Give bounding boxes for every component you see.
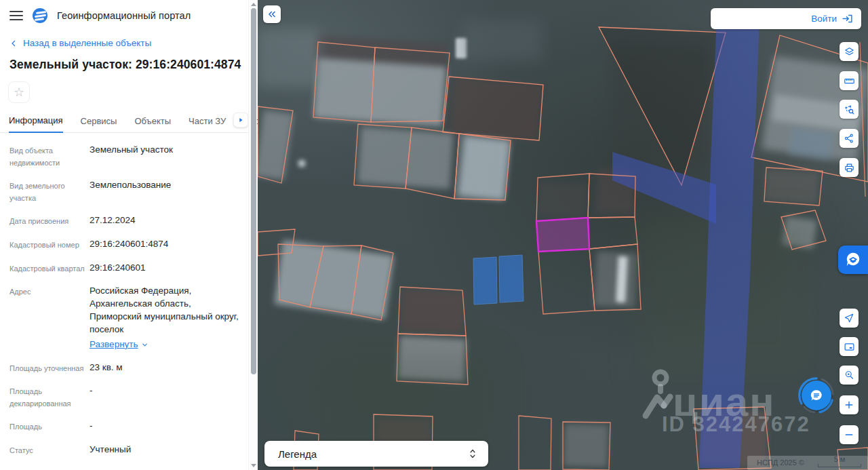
scale-bar xyxy=(818,464,861,467)
info-row: Кадастровый номер29:16:240601:4874 xyxy=(9,238,254,252)
panorama-card-icon xyxy=(844,341,855,353)
object-info-tool-active[interactable] xyxy=(838,246,868,274)
tabs-scroll-right-button[interactable] xyxy=(233,113,248,128)
blue-parcel[interactable] xyxy=(499,255,524,302)
info-row: Дата присвоения27.12.2024 xyxy=(9,214,254,228)
printer-icon xyxy=(844,162,855,174)
info-row: Категория земельЗемли населенных пунктов xyxy=(9,467,254,470)
parcel-outline[interactable] xyxy=(764,168,823,205)
info-row: Площадь декларированная- xyxy=(9,385,254,410)
sidebar-collapse-button[interactable] xyxy=(263,5,281,23)
minus-icon xyxy=(844,429,854,440)
share-button[interactable] xyxy=(840,129,859,148)
print-button[interactable] xyxy=(840,158,859,177)
map-canvas[interactable]: циан ID 324247672 НСПД 2025 © 5 м Войти xyxy=(258,0,868,470)
panorama-button[interactable] xyxy=(840,337,859,356)
share-icon xyxy=(844,133,854,144)
parcel-outline[interactable] xyxy=(454,134,511,200)
favorite-star-button[interactable]: ☆ xyxy=(8,81,30,103)
locate-button[interactable] xyxy=(840,309,859,328)
parcel-outline[interactable] xyxy=(538,249,595,314)
login-icon xyxy=(842,13,853,24)
chevron-down-icon xyxy=(141,341,149,349)
info-row: Площадь- xyxy=(9,420,254,433)
parcel-outline[interactable] xyxy=(313,42,375,122)
parcel-outline[interactable] xyxy=(258,229,295,256)
water-overlay xyxy=(612,152,716,224)
login-label: Войти xyxy=(811,14,837,24)
chat-widget[interactable] xyxy=(797,376,835,414)
parcel-outline[interactable] xyxy=(310,246,361,314)
tab-services[interactable]: Сервисы xyxy=(81,116,117,132)
parcel-outline[interactable] xyxy=(588,217,637,249)
parcel-outline[interactable] xyxy=(536,174,589,221)
area-search-icon xyxy=(844,104,855,115)
triangle-right-icon xyxy=(237,117,244,123)
parcel-outline[interactable] xyxy=(351,246,393,320)
double-chevron-left-icon xyxy=(267,9,277,19)
parcel-outline[interactable] xyxy=(781,210,826,250)
parcel-outline[interactable] xyxy=(563,422,610,470)
app-title: Геоинформационный портал xyxy=(57,10,191,21)
info-row: СтатусУчтенный xyxy=(9,444,254,457)
address-value: Российская Федерация, Архангельская обла… xyxy=(90,286,239,334)
menu-icon[interactable] xyxy=(9,11,23,20)
parcel-outline[interactable] xyxy=(398,287,466,336)
scroll-up-icon[interactable] xyxy=(251,3,256,6)
login-button[interactable]: Войти xyxy=(711,8,861,29)
scale-label: 5 м xyxy=(818,455,861,463)
area-search-button[interactable] xyxy=(840,100,859,119)
object-balloon-icon xyxy=(844,251,862,269)
scrollbar-thumb[interactable] xyxy=(251,8,256,374)
tab-parts[interactable]: Части ЗУ xyxy=(189,116,226,132)
map-attribution: НСПД 2025 © xyxy=(757,458,804,467)
info-row: Кадастровый квартал29:16:240601 xyxy=(9,262,254,275)
ruler-icon xyxy=(844,75,855,87)
parcel-outline[interactable] xyxy=(397,334,468,385)
tab-bar: Информация Сервисы Объекты Части ЗУ Сост… xyxy=(0,103,258,133)
search-location-icon xyxy=(844,370,854,380)
info-row: Площадь уточненная23 кв. м xyxy=(9,361,254,375)
app-header: Геоинформационный портал xyxy=(0,0,258,30)
parcel-outline[interactable] xyxy=(406,128,459,199)
measure-button[interactable] xyxy=(840,71,859,90)
tab-information[interactable]: Информация xyxy=(9,115,63,133)
parcel-outline[interactable] xyxy=(371,47,450,122)
parcel-outline[interactable] xyxy=(589,244,641,311)
details-sidebar: Геоинформационный портал Назад в выделен… xyxy=(0,0,258,470)
zoom-out-button[interactable] xyxy=(840,425,859,444)
layers-icon xyxy=(844,46,855,58)
app-logo-icon xyxy=(33,8,47,23)
info-row: Вид земельного участкаЗемлепользование xyxy=(9,179,254,204)
cadastral-overlay xyxy=(258,0,868,470)
selected-parcel[interactable] xyxy=(536,218,589,252)
back-link-label: Назад в выделенные объекты xyxy=(23,38,151,48)
info-row-address: Адрес Российская Федерация, Архангельска… xyxy=(9,285,254,351)
plus-icon xyxy=(844,399,854,410)
layers-button[interactable] xyxy=(840,42,859,61)
legend-bar[interactable]: Легенда xyxy=(264,441,488,467)
collapse-expand-icon xyxy=(468,448,477,459)
parcel-outline[interactable] xyxy=(354,124,412,189)
parcel-outline[interactable] xyxy=(519,416,551,470)
chat-button[interactable] xyxy=(802,380,831,410)
scroll-down-icon[interactable] xyxy=(251,464,256,467)
parcel-outline[interactable] xyxy=(258,106,293,183)
chevron-left-icon xyxy=(9,39,18,47)
info-list: Вид объекта недвижимостиЗемельный участо… xyxy=(0,133,258,470)
chat-bubble-icon xyxy=(809,388,824,403)
blue-parcel[interactable] xyxy=(473,257,497,305)
navigation-arrow-icon xyxy=(844,313,854,324)
address-expand-link[interactable]: Развернуть xyxy=(90,338,149,351)
legend-label: Легенда xyxy=(278,448,317,460)
zoom-in-button[interactable] xyxy=(840,395,859,414)
tab-objects[interactable]: Объекты xyxy=(134,116,171,132)
info-row: Вид объекта недвижимостиЗемельный участо… xyxy=(9,144,254,169)
sidebar-scrollbar[interactable] xyxy=(248,0,257,470)
parcel-outline[interactable] xyxy=(443,77,543,140)
back-link[interactable]: Назад в выделенные объекты xyxy=(0,30,258,51)
page-title: Земельный участок: 29:16:240601:4874 xyxy=(0,51,258,72)
location-search-button[interactable] xyxy=(840,366,859,385)
